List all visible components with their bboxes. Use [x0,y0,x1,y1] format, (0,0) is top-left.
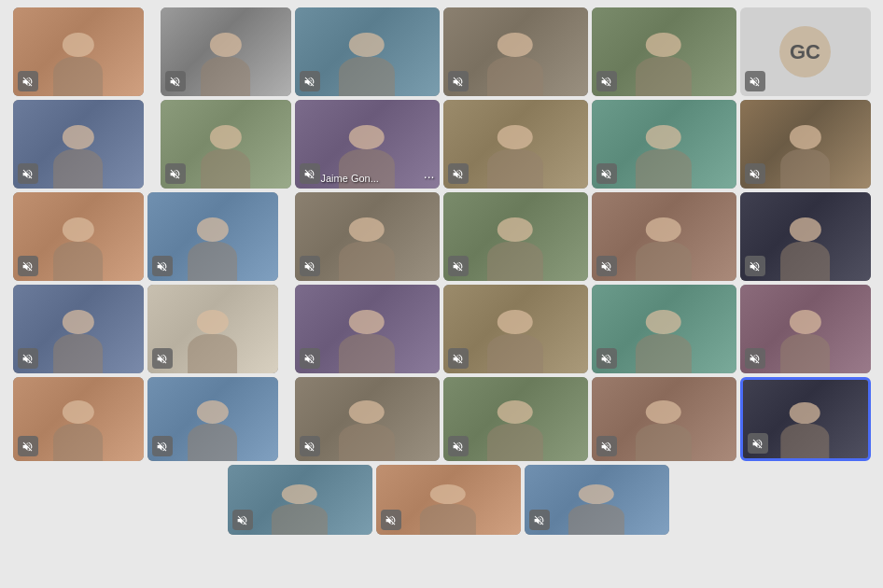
mute-icon [448,348,469,369]
participant-name: Jaime Gon... [321,173,379,184]
mute-icon [448,436,469,456]
video-tile[interactable] [295,285,440,373]
gallery-row-2: Jaime Gon... ··· [13,100,871,189]
video-tile[interactable] [592,7,736,96]
video-tile[interactable] [147,285,278,373]
video-tile[interactable] [592,377,736,461]
spacer [147,100,157,189]
gallery-row-6 [80,465,804,535]
video-tile[interactable] [592,285,736,373]
mute-icon [596,256,617,276]
mute-icon [745,163,765,184]
spacer [93,465,224,535]
mute-icon [529,510,550,530]
video-tile[interactable] [443,7,588,96]
mute-icon [18,348,38,369]
video-tile[interactable] [13,7,144,96]
spacer [282,285,291,373]
video-tile[interactable] [592,192,736,281]
mute-icon [18,163,38,184]
mute-icon [596,163,617,184]
video-tile[interactable] [147,192,278,281]
mute-icon [165,163,186,184]
avatar: GC [779,26,831,77]
mute-icon [448,163,469,184]
video-tile[interactable] [443,377,588,461]
mute-icon [745,256,765,276]
video-gallery: GC [0,0,883,588]
mute-icon [300,256,320,276]
mute-icon [300,71,320,91]
mute-icon [232,510,253,530]
gallery-row-4 [13,285,871,373]
video-tile[interactable] [443,285,588,373]
mute-icon [596,436,617,456]
video-tile[interactable] [443,192,588,281]
mute-icon [745,71,765,91]
mute-icon [748,433,768,454]
mute-icon [300,348,320,369]
video-tile-highlighted[interactable] [740,377,871,461]
mute-icon [18,436,38,456]
video-tile[interactable] [13,377,144,461]
video-tile[interactable] [740,100,871,189]
mute-icon [18,71,38,91]
mute-icon [596,348,617,369]
video-tile-avatar[interactable]: GC [740,7,871,96]
video-tile[interactable] [525,465,669,535]
mute-icon [596,71,617,91]
spacer [673,465,804,535]
video-tile[interactable] [161,7,291,96]
video-tile[interactable] [147,377,278,461]
mute-icon [448,71,469,91]
video-tile[interactable] [295,7,440,96]
mute-icon [152,436,173,456]
video-tile[interactable] [376,465,521,535]
more-options-button[interactable]: ··· [424,169,435,184]
video-tile[interactable] [13,192,144,281]
video-tile[interactable] [295,377,440,461]
video-tile[interactable] [13,285,144,373]
gallery-row-3 [13,192,871,281]
mute-icon [300,163,320,184]
mute-icon [152,256,173,276]
spacer [147,7,157,96]
video-tile[interactable] [13,100,144,189]
video-tile[interactable] [443,100,588,189]
video-tile[interactable] [295,192,440,281]
mute-icon [381,510,401,530]
spacer [80,465,90,535]
video-tile[interactable] [740,192,871,281]
spacer [282,377,291,461]
mute-icon [152,348,173,369]
video-tile[interactable] [228,465,372,535]
mute-icon [165,71,186,91]
spacer [282,192,291,281]
mute-icon [300,436,320,456]
video-tile[interactable] [161,100,291,189]
video-tile[interactable] [592,100,736,189]
video-tile-jaime[interactable]: Jaime Gon... ··· [295,100,440,189]
avatar-initials: GC [790,40,820,64]
gallery-row-1: GC [13,7,871,96]
gallery-row-5 [13,377,871,461]
video-tile[interactable] [740,285,871,373]
mute-icon [745,348,765,369]
mute-icon [448,256,469,276]
mute-icon [18,256,38,276]
